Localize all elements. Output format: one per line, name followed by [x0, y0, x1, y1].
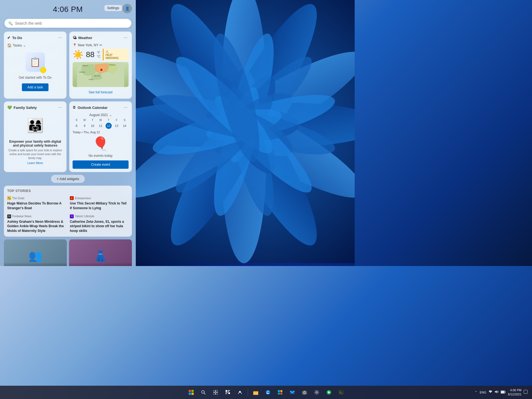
day-wed: W [97, 119, 105, 122]
story-headline-3: Ashley Graham's Neon Minidress & Golden … [7, 219, 66, 233]
avatar-button[interactable]: 👤 [122, 4, 132, 13]
story-source-1: 🐾 The Dodo [7, 196, 66, 200]
calendar-days-header: S M T W T F S [73, 119, 129, 122]
footwear-icon: FN [7, 214, 11, 218]
day-fri: F [112, 119, 121, 122]
todo-title: To Do [12, 36, 22, 40]
location-pin-icon: 📍 [73, 43, 77, 47]
story-source-3: FN Footwear News [7, 214, 66, 218]
calendar-illustration: 🎈 [73, 136, 129, 152]
settings-button[interactable]: Settings [104, 5, 122, 11]
cal-date-10[interactable]: 10 [89, 123, 96, 129]
see-forecast-link[interactable]: See full forecast [73, 89, 129, 95]
family-safety-widget: 💚 Family Safety ··· 👨‍👩‍👧 Empower your f… [4, 101, 66, 172]
create-event-button[interactable]: Create event [73, 160, 129, 169]
cal-date-11[interactable]: 11 [98, 123, 104, 129]
calendar-header: 🗓 Outlook Calendar ··· [73, 105, 129, 110]
search-input[interactable] [15, 21, 127, 25]
calendar-month: August 2021 [89, 113, 108, 117]
temp-c: °C [97, 55, 100, 58]
todo-get-started: Get started with To Do [19, 76, 52, 80]
family-safety-header: 💚 Family Safety ··· [7, 105, 63, 110]
cal-date-8[interactable]: 8 [73, 123, 80, 129]
family-illustration: 👨‍👩‍👧 [7, 113, 63, 138]
todo-widget: ✔ To Do ··· 🏠 Tasks ⌄ 📋 ⭐ Get started wi… [4, 32, 66, 99]
no-events-text: No events today [73, 154, 129, 158]
tasks-label: Tasks [13, 43, 22, 47]
todo-menu-button[interactable]: ··· [57, 35, 63, 40]
family-title: Family Safety [14, 106, 37, 110]
story-source-4: Y! Yahoo! Lifestyle [70, 214, 129, 218]
weather-widget-header: 🌤 Weather ··· [73, 35, 129, 40]
svg-text:Paterson: Paterson [83, 65, 88, 66]
bloom-illustration [105, 0, 355, 263]
cal-date-12-today[interactable]: 12 [106, 123, 112, 129]
calendar-icon: 🗓 [73, 106, 76, 109]
weather-location: 📍 New York, NY ✏ [73, 43, 129, 47]
stories-grid: 🐾 The Dodo Huge Walrus Decides To Borrow… [7, 196, 129, 233]
todo-icon: ✔ [7, 35, 11, 40]
story-item-4[interactable]: Y! Yahoo! Lifestyle Catherine Zeta-Jones… [70, 214, 129, 233]
story-source-name-4: Yahoo! Lifestyle [75, 215, 94, 218]
day-thu: T [104, 119, 112, 122]
home-icon: 🏠 [7, 43, 12, 47]
widgets-panel: 4:06 PM Settings 👤 🔍 ✔ To Do ··· 🏠 Tasks [0, 0, 136, 266]
weather-temp: 88 [86, 50, 94, 59]
story-headline-4: Catherine Zeta-Jones, 51, sports a strip… [70, 219, 129, 233]
story-image-bg-2: 👗 [69, 239, 132, 266]
learn-more-link[interactable]: Learn More [7, 161, 63, 165]
calendar-month-row: August 2021 ⌄ [73, 113, 129, 117]
family-icon: 💚 [7, 105, 12, 110]
top-stories-section: TOP STORIES 🐾 The Dodo Huge Walrus Decid… [4, 186, 132, 237]
weather-menu-button[interactable]: ··· [123, 35, 129, 40]
weather-map: Allentown New York Trenton Paterson Brid… [73, 62, 129, 87]
todo-tasks-row[interactable]: 🏠 Tasks ⌄ [7, 43, 26, 47]
heat-warning-text: HEAT WARNING [106, 53, 127, 60]
widgets-grid: ✔ To Do ··· 🏠 Tasks ⌄ 📋 ⭐ Get started wi… [0, 32, 136, 172]
story-item-3[interactable]: FN Footwear News Ashley Graham's Neon Mi… [7, 214, 66, 233]
add-task-button[interactable]: Add a task [22, 83, 49, 91]
story-image-card-1[interactable]: 👥 A ABC News [4, 239, 67, 266]
top-stories-title: TOP STORIES [7, 189, 129, 193]
svg-point-30 [100, 68, 103, 71]
story-source-name-3: Footwear News [12, 215, 31, 218]
time-display: 4:06 PM [53, 5, 83, 14]
story-source-name-1: The Dodo [12, 197, 24, 200]
story-source-name-2: Entrepreneur [75, 197, 91, 200]
cal-date-14[interactable]: 14 [122, 123, 128, 129]
weather-city: New York, NY [78, 43, 98, 47]
cal-date-9[interactable]: 9 [81, 123, 88, 129]
weather-unit: °F °C [97, 51, 100, 58]
weather-temp-row: ☀️ 88 °F °C ⚠ HEAT WARNING [73, 49, 129, 60]
calendar-menu-button[interactable]: ··· [123, 105, 129, 110]
story-image-bg-1: 👥 [4, 239, 67, 266]
yahoo-icon: Y! [70, 214, 74, 218]
family-menu-button[interactable]: ··· [57, 105, 63, 110]
svg-text:New York: New York [94, 75, 100, 77]
weather-title: Weather [78, 36, 92, 40]
weather-title-row: 🌤 Weather [73, 35, 92, 40]
story-item-2[interactable]: E Entrepreneur Use This Secret Military … [70, 196, 129, 211]
search-bar: 🔍 [4, 19, 131, 28]
story-image-caption-1: A ABC News [4, 262, 67, 266]
calendar-title-row: 🗓 Outlook Calendar [73, 106, 108, 110]
calendar-dates-row: 8 9 10 11 12 13 14 [73, 123, 129, 129]
cal-date-13[interactable]: 13 [114, 123, 120, 129]
today-label: Today • Thu, Aug 12 [73, 131, 129, 134]
day-mon: M [81, 119, 89, 122]
todo-illustration: 📋 ⭐ [25, 52, 45, 72]
chevron-down-icon: ⌄ [109, 113, 112, 117]
warning-icon: ⚠ [106, 50, 109, 53]
todo-check-badge: ⭐ [40, 67, 46, 73]
todo-content: 🏠 Tasks ⌄ 📋 ⭐ Get started with To Do Add… [7, 43, 63, 91]
story-headline-1: Huge Walrus Decides To Borrow A Stranger… [7, 201, 66, 211]
edit-icon[interactable]: ✏ [99, 43, 102, 47]
story-item-1[interactable]: 🐾 The Dodo Huge Walrus Decides To Borrow… [7, 196, 66, 211]
story-images: 👥 A ABC News 👗 P PopSugar [4, 239, 132, 266]
map-svg: Allentown New York Trenton Paterson Brid… [73, 62, 129, 87]
story-image-caption-2: P PopSugar [69, 262, 132, 266]
story-image-card-2[interactable]: 👗 P PopSugar [69, 239, 132, 266]
add-widgets-button[interactable]: + Add widgets [51, 175, 85, 183]
chevron-down-icon: ⌄ [23, 43, 26, 47]
dodo-icon: 🐾 [7, 196, 11, 200]
